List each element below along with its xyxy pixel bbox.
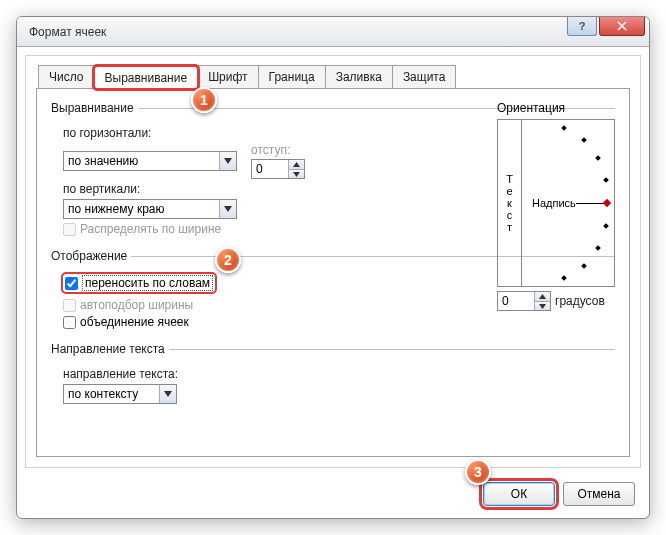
distribute-input xyxy=(63,223,76,236)
wrap-text-label: переносить по словам xyxy=(82,275,213,291)
tab-protection[interactable]: Защита xyxy=(392,65,457,88)
window-controls: ? xyxy=(565,16,645,36)
vertical-label: по вертикали: xyxy=(63,182,140,196)
distribute-label: Распределять по ширине xyxy=(80,222,221,236)
tab-number[interactable]: Число xyxy=(38,65,95,88)
dialog-buttons: ОК Отмена xyxy=(483,482,635,506)
dial-dot xyxy=(603,223,609,229)
tab-font[interactable]: Шрифт xyxy=(197,65,258,88)
horizontal-combo[interactable]: по значению xyxy=(63,151,237,171)
dial-dot xyxy=(595,245,601,251)
dialog-content: Число Выравнивание Шрифт Граница Заливка… xyxy=(25,55,641,468)
indent-label: отступ: xyxy=(251,143,305,157)
dial-dot xyxy=(581,137,587,143)
orientation-legend: Ориентация xyxy=(497,101,615,115)
dial-dot-active xyxy=(603,199,611,207)
orientation-label: Надпись xyxy=(532,197,576,209)
indent-value[interactable] xyxy=(252,160,288,178)
merge-checkbox[interactable]: объединение ячеек xyxy=(63,315,615,329)
dial-dot xyxy=(581,263,587,269)
ok-button[interactable]: ОК xyxy=(483,482,555,506)
orientation-box[interactable]: Текст Надпись xyxy=(497,119,615,287)
chevron-down-icon xyxy=(159,385,176,403)
orientation-dial[interactable]: Надпись xyxy=(522,120,614,286)
tab-alignment[interactable]: Выравнивание xyxy=(94,66,199,89)
dial-dot xyxy=(561,125,567,131)
degrees-spinner[interactable] xyxy=(497,291,551,311)
close-button[interactable] xyxy=(599,16,645,36)
chevron-down-icon xyxy=(219,200,236,218)
group-orientation: Ориентация Текст Надпись xyxy=(497,101,615,311)
callout-badge-2: 2 xyxy=(215,247,241,273)
degrees-label: градусов xyxy=(555,294,605,308)
spin-up-icon[interactable] xyxy=(289,160,304,169)
shrink-input xyxy=(63,299,76,312)
textdir-label: направление текста: xyxy=(63,367,178,381)
degrees-value[interactable] xyxy=(498,292,534,310)
callout-badge-3: 3 xyxy=(465,459,491,485)
dial-dot xyxy=(595,155,601,161)
merge-label: объединение ячеек xyxy=(80,315,189,329)
indent-spinner[interactable] xyxy=(251,159,305,179)
vertical-value: по нижнему краю xyxy=(68,202,219,216)
chevron-down-icon xyxy=(219,152,236,170)
dial-dot xyxy=(603,177,609,183)
horizontal-value: по значению xyxy=(68,154,219,168)
tab-fill[interactable]: Заливка xyxy=(325,65,393,88)
group-text-direction: Направление текста направление текста: п… xyxy=(51,342,615,407)
callout-badge-1: 1 xyxy=(191,87,217,113)
vertical-combo[interactable]: по нижнему краю xyxy=(63,199,237,219)
group-display-legend: Отображение xyxy=(51,249,131,263)
svg-text:?: ? xyxy=(579,21,586,31)
wrap-text-input[interactable] xyxy=(65,277,78,290)
textdir-combo[interactable]: по контексту xyxy=(63,384,177,404)
orientation-vertical-text[interactable]: Текст xyxy=(498,120,522,286)
horizontal-label: по горизонтали: xyxy=(63,126,151,140)
wrap-text-checkbox[interactable]: переносить по словам xyxy=(63,274,215,292)
textdir-value: по контексту xyxy=(68,387,159,401)
help-button[interactable]: ? xyxy=(567,16,597,36)
spin-up-icon[interactable] xyxy=(535,292,550,301)
titlebar[interactable]: Формат ячеек ? xyxy=(17,17,649,47)
merge-input[interactable] xyxy=(63,316,76,329)
group-alignment-legend: Выравнивание xyxy=(51,101,138,115)
group-textdir-legend: Направление текста xyxy=(51,342,169,356)
window-title: Формат ячеек xyxy=(29,25,106,39)
orientation-line xyxy=(576,203,606,204)
tab-strip: Число Выравнивание Шрифт Граница Заливка… xyxy=(38,62,640,88)
shrink-label: автоподбор ширины xyxy=(80,298,193,312)
tab-panel: Выравнивание по горизонтали: по значению… xyxy=(36,88,630,457)
dial-dot xyxy=(561,275,567,281)
format-cells-dialog: Формат ячеек ? Число Выравнивание Шрифт … xyxy=(16,16,650,519)
spin-down-icon[interactable] xyxy=(535,301,550,310)
cancel-button[interactable]: Отмена xyxy=(563,482,635,506)
spin-down-icon[interactable] xyxy=(289,169,304,178)
tab-border[interactable]: Граница xyxy=(258,65,326,88)
